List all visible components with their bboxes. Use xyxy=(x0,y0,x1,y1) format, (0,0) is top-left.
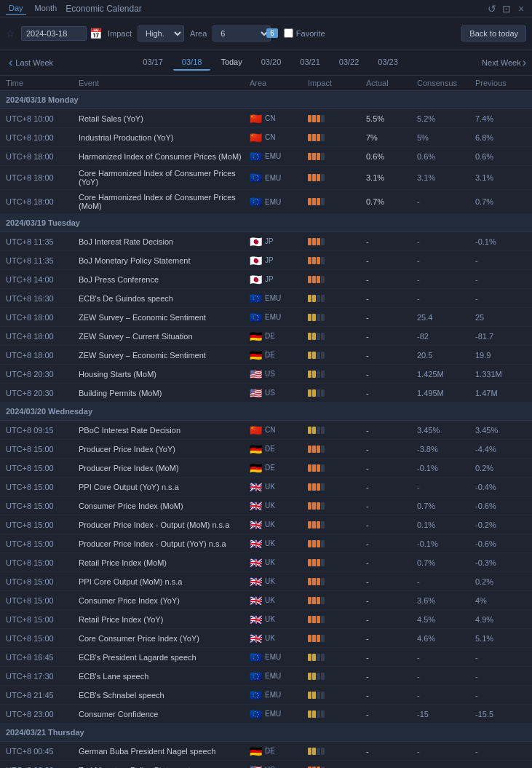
area-code: UK xyxy=(265,483,275,491)
row-event: PPI Core Output (MoM) n.s.a xyxy=(79,577,250,586)
close-icon[interactable]: × xyxy=(516,4,526,14)
table-row[interactable]: UTC+8 18:00 ZEW Survey – Economic Sentim… xyxy=(0,346,532,365)
impact-select[interactable]: High. Medi.. xyxy=(138,25,184,41)
table-row[interactable]: UTC+8 10:00 Industrial Production (YoY) … xyxy=(0,128,532,147)
flag-icon: 🇯🇵 xyxy=(250,236,262,248)
table-row[interactable]: UTC+8 11:35 BoJ Monetary Policy Statemen… xyxy=(0,251,532,270)
row-time: UTC+8 15:00 xyxy=(6,539,79,548)
row-time: UTC+8 18:00 xyxy=(6,332,79,341)
calendar-icon[interactable]: 📅 xyxy=(90,28,102,39)
last-week-label[interactable]: Last Week xyxy=(15,58,53,67)
row-time: UTC+8 18:00 xyxy=(6,197,79,206)
row-previous: 0.2% xyxy=(475,464,526,472)
date-input[interactable] xyxy=(21,26,87,41)
row-impact xyxy=(308,153,366,160)
section-header-2: 2024/03/20 Wednesday xyxy=(0,403,532,421)
table-row[interactable]: UTC+8 18:00 Core Harmonized Index of Con… xyxy=(0,190,532,214)
table-row[interactable]: UTC+8 21:45 ECB's Schnabel speech 🇪🇺 EMU… xyxy=(0,686,532,705)
next-week-label[interactable]: Next Week › xyxy=(482,56,526,69)
table-row[interactable]: UTC+8 11:35 BoJ Interest Rate Decision 🇯… xyxy=(0,232,532,251)
row-consensus: 4.5% xyxy=(417,615,475,624)
area-code: DE xyxy=(265,464,275,472)
flag-icon: 🇨🇳 xyxy=(250,424,262,436)
favorite-checkbox[interactable] xyxy=(284,28,293,38)
row-event: Fed Monetary Policy Statement xyxy=(79,766,250,769)
table-row[interactable]: UTC+8 15:00 Core Consumer Price Index (Y… xyxy=(0,629,532,648)
row-area: 🇩🇪 DE xyxy=(250,443,308,455)
table-row[interactable]: UTC+8 15:00 Producer Price Index (YoY) 🇩… xyxy=(0,440,532,459)
prev-arrow[interactable]: ‹ xyxy=(6,56,15,69)
row-impact xyxy=(308,134,366,141)
col-consensus: Consensus xyxy=(417,79,475,87)
row-event: Producer Price Index - Output (MoM) n.s.… xyxy=(79,520,250,529)
date-tab-0321[interactable]: 03/21 xyxy=(291,55,329,71)
row-time: UTC+8 18:00 xyxy=(6,152,79,161)
table-row[interactable]: UTC+8 14:00 BoJ Press Conference 🇯🇵 JP -… xyxy=(0,270,532,289)
table-row[interactable]: UTC+8 15:00 Producer Price Index (MoM) 🇩… xyxy=(0,459,532,478)
flag-icon: 🇪🇺 xyxy=(250,652,262,663)
back-today-button[interactable]: Back to today xyxy=(461,25,526,41)
table-row[interactable]: UTC+8 15:00 Producer Price Index - Outpu… xyxy=(0,515,532,534)
favorite-checkbox-label[interactable]: Favorite xyxy=(284,28,325,38)
table-row[interactable]: UTC+8 10:00 Retail Sales (YoY) 🇨🇳 CN 5.5… xyxy=(0,109,532,128)
table-row[interactable]: UTC+8 15:00 Producer Price Index - Outpu… xyxy=(0,534,532,553)
table-row[interactable]: UTC+8 15:00 Retail Price Index (YoY) 🇬🇧 … xyxy=(0,610,532,629)
table-row[interactable]: UTC+8 17:30 ECB's Lane speech 🇪🇺 EMU - -… xyxy=(0,667,532,686)
flag-icon: 🇬🇧 xyxy=(250,481,262,493)
col-actual: Actual xyxy=(366,79,417,87)
row-previous: 5.1% xyxy=(475,634,526,643)
table-row[interactable]: UTC+8 16:45 ECB's President Lagarde spee… xyxy=(0,648,532,667)
table-row[interactable]: UTC+8 18:00 ZEW Survey – Current Situati… xyxy=(0,327,532,346)
date-tab-0320[interactable]: 03/20 xyxy=(253,55,290,71)
table-row[interactable]: UTC+8 15:00 PPI Core Output (MoM) n.s.a … xyxy=(0,572,532,591)
row-consensus: -15 xyxy=(417,710,475,718)
date-tab-0322[interactable]: 03/22 xyxy=(330,55,368,71)
table-row[interactable]: UTC+8 23:00 Consumer Confidence 🇪🇺 EMU -… xyxy=(0,705,532,724)
row-previous: -0.3% xyxy=(475,558,526,567)
date-tab-0318[interactable]: 03/18 xyxy=(173,55,211,71)
date-tab-0317[interactable]: 03/17 xyxy=(134,55,172,71)
date-tab-today[interactable]: Today xyxy=(212,55,250,71)
row-actual: - xyxy=(366,294,417,303)
table-row[interactable]: UTC+8 15:00 PPI Core Output (YoY) n.s.a … xyxy=(0,478,532,496)
flag-icon: 🇬🇧 xyxy=(250,538,262,550)
table-row[interactable]: UTC+8 18:00 Harmonized Index of Consumer… xyxy=(0,147,532,166)
row-impact xyxy=(308,295,366,302)
row-previous: - xyxy=(475,275,526,284)
row-time: UTC+8 15:00 xyxy=(6,464,79,472)
row-area: 🇺🇸 US xyxy=(250,387,308,399)
flag-icon: 🇺🇸 xyxy=(250,368,262,380)
area-select[interactable]: 6 xyxy=(213,25,271,41)
row-previous: -0.4% xyxy=(475,483,526,491)
table-row[interactable]: UTC+8 18:00 ZEW Survey – Economic Sentim… xyxy=(0,308,532,327)
area-code: UK xyxy=(265,596,275,604)
row-previous: -0.2% xyxy=(475,520,526,529)
row-previous: 7.4% xyxy=(475,114,526,123)
row-actual: 0.6% xyxy=(366,152,417,161)
area-code: DE xyxy=(265,351,275,359)
refresh-icon[interactable]: ↺ xyxy=(487,4,497,14)
date-tab-0323[interactable]: 03/23 xyxy=(369,55,407,71)
maximize-icon[interactable]: ⊡ xyxy=(501,4,512,14)
table-row[interactable]: UTC+8 15:00 Consumer Price Index (MoM) 🇬… xyxy=(0,496,532,515)
table-row[interactable]: UTC+8 15:00 Consumer Price Index (YoY) 🇬… xyxy=(0,591,532,610)
row-event: Consumer Confidence xyxy=(79,710,250,718)
row-impact xyxy=(308,115,366,122)
table-row[interactable]: UTC+8 09:15 PBoC Interest Rate Decision … xyxy=(0,421,532,440)
table-row[interactable]: UTC+8 20:30 Housing Starts (MoM) 🇺🇸 US -… xyxy=(0,365,532,384)
area-code: US xyxy=(265,370,275,378)
table-row[interactable]: UTC+8 16:30 ECB's De Guindos speech 🇪🇺 E… xyxy=(0,289,532,308)
day-tab[interactable]: Day xyxy=(6,2,26,15)
row-time: UTC+8 02:00 xyxy=(6,766,79,769)
row-previous: - xyxy=(475,672,526,681)
table-row[interactable]: UTC+8 02:00 Fed Monetary Policy Statemen… xyxy=(0,761,532,768)
area-code: UK xyxy=(265,539,275,547)
table-row[interactable]: UTC+8 00:45 German Buba President Nagel … xyxy=(0,742,532,761)
row-time: UTC+8 14:00 xyxy=(6,275,79,284)
table-row[interactable]: UTC+8 15:00 Retail Price Index (MoM) 🇬🇧 … xyxy=(0,553,532,572)
row-impact xyxy=(308,174,366,181)
table-row[interactable]: UTC+8 20:30 Building Permits (MoM) 🇺🇸 US… xyxy=(0,384,532,403)
table-row[interactable]: UTC+8 18:00 Core Harmonized Index of Con… xyxy=(0,166,532,190)
row-actual: - xyxy=(366,672,417,681)
month-tab[interactable]: Month xyxy=(32,2,60,15)
